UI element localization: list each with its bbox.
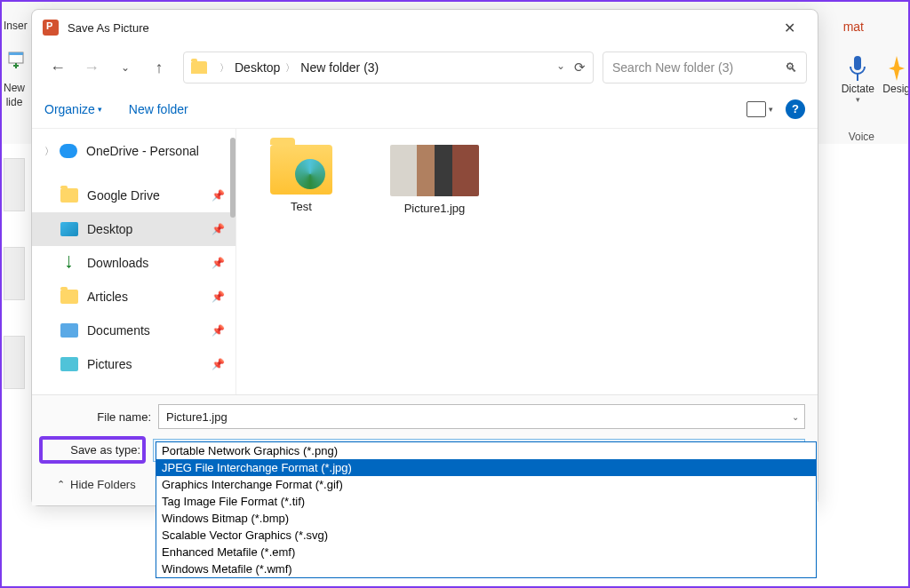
sidebar-item-label: OneDrive - Personal bbox=[86, 144, 199, 158]
history-chevron-icon[interactable]: ⌄ bbox=[556, 60, 565, 75]
sidebar-item-articles[interactable]: Articles 📌 bbox=[32, 280, 235, 314]
pin-icon[interactable]: 📌 bbox=[212, 358, 225, 370]
sidebar-item-label: Downloads bbox=[87, 256, 148, 270]
filetype-option-emf[interactable]: Enhanced Metafile (*.emf) bbox=[156, 544, 816, 560]
pin-icon[interactable]: 📌 bbox=[212, 257, 225, 269]
view-icon bbox=[746, 101, 766, 117]
save-as-type-dropdown[interactable]: Portable Network Graphics (*.png) JPEG F… bbox=[156, 441, 817, 578]
refresh-icon[interactable]: ⟳ bbox=[574, 60, 586, 75]
slide-thumbnails bbox=[4, 153, 28, 425]
navigation-pane: 〉 OneDrive - Personal Google Drive 📌 Des… bbox=[32, 129, 236, 394]
sidebar-item-desktop[interactable]: Desktop 📌 bbox=[32, 212, 235, 246]
organize-menu[interactable]: Organize▾ bbox=[44, 102, 102, 116]
nav-toolbar: ← → ⌄ ↑ 〉 Desktop 〉 New folder (3) ⌄ ⟳ S… bbox=[32, 45, 818, 90]
filetype-option-wmf[interactable]: Windows Metafile (*.wmf) bbox=[156, 560, 816, 577]
breadcrumb-newfolder[interactable]: New folder (3) bbox=[300, 60, 379, 75]
voice-section-label: Voice bbox=[849, 131, 874, 143]
sidebar-item-label: Documents bbox=[87, 323, 150, 338]
up-button[interactable]: ↑ bbox=[144, 52, 174, 83]
titlebar: Save As Picture ✕ bbox=[32, 10, 818, 45]
folder-item-test[interactable]: Test bbox=[252, 145, 350, 213]
help-button[interactable]: ? bbox=[786, 99, 805, 119]
sidebar-item-onedrive[interactable]: 〉 OneDrive - Personal bbox=[32, 134, 235, 168]
sidebar-item-documents[interactable]: Documents 📌 bbox=[32, 314, 235, 347]
sidebar-item-googledrive[interactable]: Google Drive 📌 bbox=[32, 179, 235, 212]
pin-icon[interactable]: 📌 bbox=[212, 189, 225, 202]
designer-button[interactable]: Desig bbox=[875, 51, 910, 99]
download-icon: ⭣ bbox=[60, 256, 78, 270]
file-label: Test bbox=[291, 200, 312, 213]
chevron-up-icon: ⌃ bbox=[57, 479, 65, 490]
new-slide-label[interactable]: Newlide bbox=[4, 82, 25, 109]
folder-icon bbox=[60, 290, 78, 304]
document-icon bbox=[60, 323, 78, 338]
ribbon-tab-format-crop: mat bbox=[843, 20, 864, 34]
image-thumbnail bbox=[390, 145, 479, 196]
sidebar-item-pictures[interactable]: Pictures 📌 bbox=[32, 347, 235, 381]
designer-label: Desig bbox=[882, 83, 910, 95]
file-list[interactable]: Test Picture1.jpg bbox=[236, 129, 818, 394]
svg-rect-1 bbox=[9, 52, 23, 55]
address-bar[interactable]: 〉 Desktop 〉 New folder (3) ⌄ ⟳ bbox=[183, 52, 594, 83]
forward-button[interactable]: → bbox=[76, 52, 107, 83]
dictate-label: Dictate bbox=[842, 83, 874, 95]
desktop-icon bbox=[60, 222, 78, 236]
powerpoint-icon bbox=[43, 20, 59, 36]
filetype-option-jpg[interactable]: JPEG File Interchange Format (*.jpg) bbox=[156, 459, 816, 476]
sidebar-item-label: Google Drive bbox=[87, 188, 160, 203]
file-name-label: File name: bbox=[44, 410, 151, 424]
slide-thumb[interactable] bbox=[4, 336, 25, 389]
file-item-picture1[interactable]: Picture1.jpg bbox=[386, 145, 483, 215]
new-folder-button[interactable]: New folder bbox=[129, 102, 188, 116]
new-slide-icon bbox=[7, 51, 25, 68]
sidebar-item-label: Pictures bbox=[87, 357, 132, 371]
sidebar-item-label: Desktop bbox=[87, 222, 132, 236]
filetype-option-png[interactable]: Portable Network Graphics (*.png) bbox=[156, 442, 816, 459]
breadcrumb-desktop[interactable]: Desktop bbox=[235, 60, 280, 75]
onedrive-icon bbox=[60, 144, 77, 158]
folder-icon bbox=[60, 188, 78, 203]
save-as-type-label: Save as type: bbox=[39, 436, 146, 464]
svg-rect-4 bbox=[854, 56, 861, 70]
dictate-button[interactable]: Dictate ▾ bbox=[834, 51, 882, 107]
slide-thumb[interactable] bbox=[4, 158, 25, 211]
folder-icon bbox=[191, 61, 207, 74]
dialog-title: Save As Picture bbox=[68, 21, 771, 35]
filetype-option-bmp[interactable]: Windows Bitmap (*.bmp) bbox=[156, 510, 816, 527]
filetype-option-gif[interactable]: Graphics Interchange Format (*.gif) bbox=[156, 476, 816, 493]
hide-folders-button[interactable]: ⌃ Hide Folders bbox=[57, 478, 136, 491]
filetype-option-svg[interactable]: Scalable Vector Graphics (*.svg) bbox=[156, 527, 816, 544]
pictures-icon bbox=[60, 357, 78, 371]
chevron-right-icon[interactable]: 〉 bbox=[44, 145, 54, 158]
designer-icon bbox=[887, 54, 906, 83]
back-button[interactable]: ← bbox=[43, 52, 73, 83]
close-button[interactable]: ✕ bbox=[771, 14, 807, 41]
chevron-right-icon: 〉 bbox=[285, 61, 295, 75]
file-label: Picture1.jpg bbox=[404, 202, 466, 215]
sidebar-item-downloads[interactable]: ⭣ Downloads 📌 bbox=[32, 246, 235, 280]
chevron-right-icon: 〉 bbox=[220, 61, 229, 75]
file-name-value: Picture1.jpg bbox=[166, 410, 228, 424]
recent-chevron-icon[interactable]: ⌄ bbox=[110, 52, 140, 83]
file-name-input[interactable]: Picture1.jpg ⌄ bbox=[158, 404, 805, 429]
pin-icon[interactable]: 📌 bbox=[212, 290, 225, 303]
pin-icon[interactable]: 📌 bbox=[212, 324, 225, 337]
chevron-down-icon[interactable]: ⌄ bbox=[792, 412, 799, 422]
microphone-icon bbox=[846, 54, 869, 83]
save-as-dialog: Save As Picture ✕ ← → ⌄ ↑ 〉 Desktop 〉 Ne… bbox=[31, 9, 818, 506]
search-input[interactable]: Search New folder (3) 🔍︎ bbox=[603, 52, 807, 83]
view-mode-button[interactable]: ▾ bbox=[746, 101, 773, 117]
sidebar-scrollbar[interactable] bbox=[230, 138, 235, 218]
folder-icon bbox=[270, 145, 332, 195]
search-placeholder: Search New folder (3) bbox=[612, 60, 733, 75]
edge-badge-icon bbox=[295, 159, 325, 189]
hide-folders-label: Hide Folders bbox=[70, 478, 136, 491]
slide-thumb[interactable] bbox=[4, 247, 25, 300]
filetype-option-tif[interactable]: Tag Image File Format (*.tif) bbox=[156, 493, 816, 510]
pin-icon[interactable]: 📌 bbox=[212, 223, 225, 235]
sidebar-item-label: Articles bbox=[87, 290, 128, 304]
command-bar: Organize▾ New folder ▾ ? bbox=[32, 90, 818, 129]
search-icon: 🔍︎ bbox=[785, 60, 797, 75]
ribbon-tab-insert-crop: Inser bbox=[4, 20, 28, 32]
